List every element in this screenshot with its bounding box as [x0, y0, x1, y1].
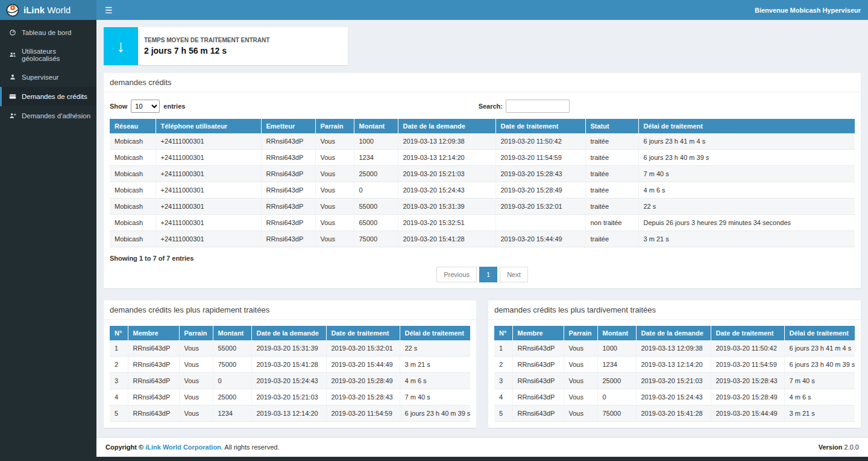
table-cell: Vous — [315, 231, 354, 247]
user-menu[interactable]: Bienvenue Mobicash Hyperviseur — [755, 7, 868, 14]
table-row: 3RRnsi643dPVous250002019-03-20 15:21:032… — [494, 373, 855, 389]
page-length-control: Show 10 entries — [110, 100, 185, 113]
table-cell: +24111000301 — [156, 133, 261, 150]
table-cell: RRnsi643dP — [261, 231, 315, 247]
column-header[interactable]: Réseau — [110, 119, 156, 133]
header-row: N°MembreParrainMontantDate de la demande… — [494, 326, 855, 340]
company-link[interactable]: iLink World Corporation — [145, 444, 221, 451]
search-input[interactable] — [506, 100, 570, 113]
table-cell: 2019-03-20 15:41:28 — [636, 405, 711, 422]
table-cell: traitée — [585, 231, 638, 247]
app-logo-icon — [6, 4, 19, 17]
column-header[interactable]: Emetteur — [261, 119, 315, 133]
column-header[interactable]: Parrain — [315, 119, 354, 133]
table-cell: Vous — [179, 373, 213, 389]
copyright-suffix: . All rights reserved. — [221, 444, 280, 451]
table-cell: 22 s — [400, 340, 470, 357]
table-cell: RRnsi643dP — [512, 389, 564, 405]
table-cell: 25000 — [354, 166, 398, 182]
sidebar-item-tableau-de-bord[interactable]: Tableau de bord — [0, 23, 96, 42]
column-header[interactable]: Parrain — [564, 326, 597, 340]
panel-title: demandes crédits les plus rapidement tra… — [104, 300, 476, 320]
table-cell: Mobicash — [110, 133, 156, 150]
sidebar-item-demandes-de-credits[interactable]: Demandes de crédits — [0, 87, 96, 106]
page-1-button[interactable]: 1 — [479, 267, 497, 282]
column-header[interactable]: N° — [494, 326, 512, 340]
table-cell: 1000 — [354, 133, 398, 150]
content-column: ☰ Bienvenue Mobicash Hyperviseur ↓ TEMPS… — [96, 0, 868, 457]
table-cell: +24111000301 — [156, 199, 261, 215]
table-cell: 2019-03-20 15:32:01 — [495, 199, 585, 215]
page-length-select[interactable]: 10 — [131, 100, 160, 113]
table-row: 2RRnsi643dPVous750002019-03-20 15:41:282… — [110, 357, 470, 373]
sidebar-item-demandes-adhesion[interactable]: Demandes d'adhésion — [0, 106, 96, 126]
table-cell: RRnsi643dP — [128, 373, 179, 389]
column-header[interactable]: N° — [110, 326, 128, 340]
next-page-button[interactable]: Next — [500, 267, 528, 282]
table-cell: RRnsi643dP — [512, 373, 564, 389]
sidebar-toggle-button[interactable]: ☰ — [96, 0, 121, 20]
column-header[interactable]: Membre — [512, 326, 564, 340]
table-cell: 2019-03-13 12:14:20 — [398, 150, 495, 166]
table-cell: RRnsi643dP — [512, 340, 564, 357]
table-cell: RRnsi643dP — [512, 405, 564, 422]
sidebar-item-utilisateurs-geolocalises[interactable]: Utilisateurs géolocalisés — [0, 42, 96, 68]
table-cell: Vous — [179, 340, 213, 357]
table-cell: 2019-03-13 12:14:20 — [636, 357, 711, 373]
table-cell: non traitée — [585, 215, 638, 231]
table-body: Mobicash+24111000301RRnsi643dPVous100020… — [110, 133, 855, 247]
table-cell: Mobicash — [110, 182, 156, 199]
column-header[interactable]: Parrain — [179, 326, 213, 340]
table-row: Mobicash+24111000301RRnsi643dPVous650002… — [110, 215, 855, 231]
table-row: 2RRnsi643dPVous12342019-03-13 12:14:2020… — [494, 357, 855, 373]
table-cell: Mobicash — [110, 231, 156, 247]
column-header[interactable]: Date de traitement — [326, 326, 400, 340]
table-cell: 2019-03-20 15:41:28 — [398, 231, 495, 247]
table-cell: 2019-03-20 15:28:49 — [711, 389, 784, 405]
column-header[interactable]: Montant — [213, 326, 251, 340]
table-head: RéseauTéléphone utilisateurEmetteurParra… — [110, 119, 855, 133]
table-cell: 2019-03-20 15:28:43 — [495, 166, 585, 182]
table-row: 5RRnsi643dPVous12342019-03-13 12:14:2020… — [110, 405, 470, 422]
brand-link[interactable]: iLink World — [0, 0, 96, 20]
column-header[interactable]: Date de traitement — [711, 326, 784, 340]
table-cell: traitée — [585, 199, 638, 215]
table-cell: 55000 — [213, 340, 251, 357]
column-header[interactable]: Délai de traitement — [784, 326, 855, 340]
column-header[interactable]: Montant — [597, 326, 636, 340]
sidebar-item-superviseur[interactable]: Superviseur — [0, 68, 96, 87]
table-row: 4RRnsi643dPVous02019-03-20 15:24:432019-… — [494, 389, 855, 405]
panel-title: demandes crédits les plus tardivement tr… — [488, 300, 861, 320]
table-cell: +24111000301 — [156, 166, 261, 182]
column-header[interactable]: Délai de traitement — [400, 326, 470, 340]
column-header[interactable]: Membre — [128, 326, 179, 340]
column-header[interactable]: Délai de traitement — [638, 119, 855, 133]
table-cell: 3 m 21 s — [400, 357, 470, 373]
table-cell: Vous — [564, 405, 597, 422]
column-header[interactable]: Date de la demande — [251, 326, 326, 340]
column-header[interactable]: Montant — [354, 119, 398, 133]
previous-page-button[interactable]: Previous — [436, 267, 477, 282]
column-header[interactable]: Statut — [585, 119, 638, 133]
sidebar-item-label: Tableau de bord — [22, 29, 71, 36]
table-row: 1RRnsi643dPVous550002019-03-20 15:31:392… — [110, 340, 470, 357]
table-cell: 1000 — [597, 340, 636, 357]
table-cell: Mobicash — [110, 215, 156, 231]
table-cell: 6 jours 23 h 40 m 39 s — [784, 357, 855, 373]
table-cell: 2019-03-20 11:54:59 — [326, 405, 400, 422]
column-header[interactable]: Téléphone utilisateur — [156, 119, 261, 133]
table-cell: RRnsi643dP — [261, 182, 315, 199]
column-header[interactable]: Date de la demande — [636, 326, 711, 340]
info-box-avg-processing-time: ↓ TEMPS MOYEN DE TRAITEMENT ENTRANT 2 jo… — [104, 27, 348, 65]
geolocated-users-icon — [8, 51, 17, 59]
table-cell: RRnsi643dP — [261, 199, 315, 215]
column-header[interactable]: Date de traitement — [495, 119, 585, 133]
column-header[interactable]: Date de la demande — [398, 119, 495, 133]
info-box-content: TEMPS MOYEN DE TRAITEMENT ENTRANT 2 jour… — [138, 27, 275, 65]
table-cell: 2 — [494, 357, 512, 373]
brand-light: World — [45, 5, 71, 15]
topbar: ☰ Bienvenue Mobicash Hyperviseur — [96, 0, 868, 20]
table-cell: Mobicash — [110, 150, 156, 166]
table-cell: Vous — [315, 133, 354, 150]
table-cell: Vous — [315, 150, 354, 166]
